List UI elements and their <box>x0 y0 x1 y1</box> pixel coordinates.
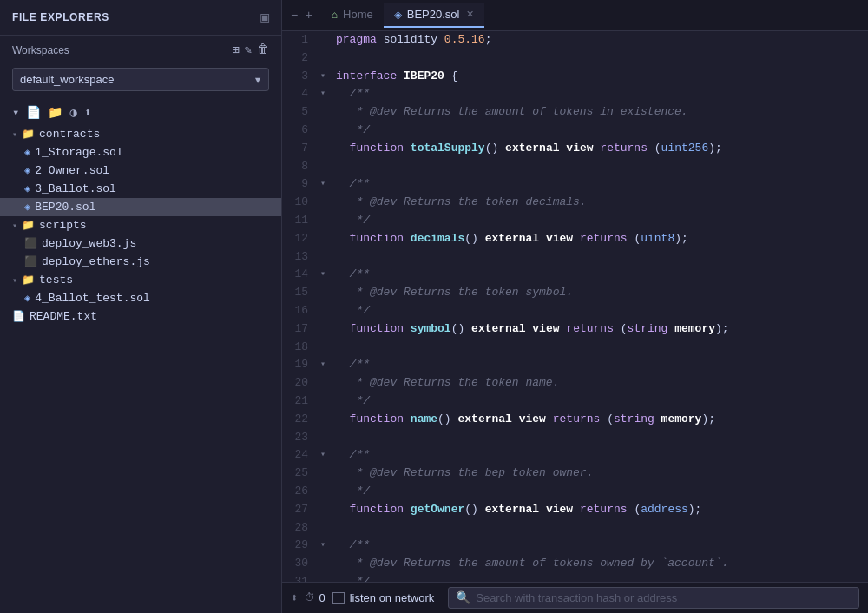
fold-arrow <box>317 573 329 582</box>
fold-arrow <box>317 501 329 519</box>
code-line: function totalSupply() external view ret… <box>329 140 868 158</box>
code-row: 13 <box>282 248 868 267</box>
code-line <box>329 248 868 267</box>
fold-arrow <box>317 392 329 411</box>
line-number: 3 <box>282 68 317 86</box>
code-row: 1 pragma solidity 0.5.16; <box>282 31 868 49</box>
fold-arrow <box>317 339 329 357</box>
tree-item-2-owner[interactable]: ◈ 2_Owner.sol <box>0 161 281 180</box>
sol-icon: ◈ <box>24 182 30 195</box>
line-number: 10 <box>282 194 317 212</box>
new-workspace-icon[interactable]: ⊞ <box>232 43 239 57</box>
zoom-out-icon[interactable]: − <box>289 7 299 24</box>
upload-icon[interactable]: ⬆ <box>84 105 91 120</box>
fold-arrow <box>317 31 329 49</box>
code-line: /** <box>329 356 868 374</box>
new-file-icon[interactable]: 📄 <box>26 105 41 120</box>
txt-icon: 📄 <box>12 310 25 323</box>
git-icon[interactable]: ◑ <box>69 105 76 120</box>
line-number: 14 <box>282 266 317 284</box>
workspace-select[interactable]: default_workspace <box>12 68 269 91</box>
home-tab-icon: ⌂ <box>332 9 338 21</box>
chevron-icon: ▾ <box>12 221 17 231</box>
tab-home[interactable]: ⌂ Home <box>321 3 384 28</box>
fold-arrow[interactable]: ▾ <box>317 175 329 194</box>
tree-item-deploy-web3[interactable]: ⬛ deploy_web3.js <box>0 234 281 253</box>
tree-item-1-storage[interactable]: ◈ 1_Storage.sol <box>0 143 281 161</box>
folder-label: tests <box>39 274 73 287</box>
line-number: 20 <box>282 374 317 392</box>
tree-item-tests[interactable]: ▾ 📁 tests <box>0 271 281 289</box>
code-line <box>329 158 868 176</box>
line-number: 13 <box>282 248 317 267</box>
fold-arrow[interactable]: ▾ <box>317 537 329 555</box>
status-search[interactable]: 🔍 Search with transaction hash or addres… <box>448 587 859 609</box>
code-container[interactable]: 1 pragma solidity 0.5.16; 2 3 ▾ in <box>282 31 868 582</box>
code-line: /** <box>329 537 868 555</box>
file-label: 1_Storage.sol <box>35 146 122 159</box>
fold-arrow <box>317 103 329 122</box>
tree-item-scripts[interactable]: ▾ 📁 scripts <box>0 216 281 234</box>
code-row: 27 function getOwner() external view ret… <box>282 501 868 519</box>
code-line: */ <box>329 212 868 230</box>
fold-arrow[interactable]: ▾ <box>317 356 329 374</box>
arrows-icon[interactable]: ⬍ <box>291 590 298 605</box>
fold-arrow <box>317 483 329 501</box>
tab-bep20[interactable]: ◈ BEP20.sol ✕ <box>384 3 485 28</box>
fold-arrow[interactable]: ▾ <box>317 266 329 284</box>
code-row: 8 <box>282 158 868 176</box>
editor-area: − + ⌂ Home ◈ BEP20.sol ✕ 1 <box>282 0 868 613</box>
line-number: 12 <box>282 230 317 248</box>
code-row: 10 * @dev Returns the token decimals. <box>282 194 868 212</box>
line-number: 11 <box>282 212 317 230</box>
workspace-select-container: default_workspace <box>12 68 269 91</box>
tab-bar: − + ⌂ Home ◈ BEP20.sol ✕ <box>282 0 868 31</box>
code-row: 30 * @dev Returns the amount of tokens o… <box>282 555 868 573</box>
code-line: * @dev Returns the token name. <box>329 374 868 392</box>
tree-item-contracts[interactable]: ▾ 📁 contracts <box>0 125 281 143</box>
code-row: 20 * @dev Returns the token name. <box>282 374 868 392</box>
line-number: 8 <box>282 158 317 176</box>
code-row: 21 */ <box>282 392 868 411</box>
code-row: 6 */ <box>282 122 868 140</box>
delete-workspace-icon[interactable]: 🗑 <box>257 43 269 57</box>
search-icon: 🔍 <box>456 590 470 605</box>
line-number: 17 <box>282 320 317 339</box>
tree-item-3-ballot[interactable]: ◈ 3_Ballot.sol <box>0 180 281 198</box>
fold-arrow[interactable]: ▾ <box>317 446 329 465</box>
line-number: 22 <box>282 411 317 429</box>
fold-arrow[interactable]: ▾ <box>317 68 329 86</box>
code-line: /** <box>329 85 868 103</box>
folder-icon: 📁 <box>22 274 35 287</box>
listen-checkbox[interactable] <box>332 592 345 604</box>
fold-arrow <box>317 302 329 320</box>
code-line: function name() external view returns (s… <box>329 411 868 429</box>
new-folder-icon[interactable]: 📁 <box>48 105 62 120</box>
fold-arrow[interactable]: ▾ <box>317 85 329 103</box>
sidebar-collapse-icon[interactable]: ▣ <box>260 9 269 26</box>
code-row: 12 function decimals() external view ret… <box>282 230 868 248</box>
folder-icon: 📁 <box>22 128 35 141</box>
zoom-in-icon[interactable]: + <box>303 7 313 24</box>
collapse-all-icon[interactable]: ▾ <box>12 105 19 120</box>
fold-arrow <box>317 465 329 483</box>
tree-item-readme[interactable]: 📄 README.txt <box>0 307 281 326</box>
code-row: 3 ▾ interface IBEP20 { <box>282 68 868 86</box>
status-counter: ⏱ 0 <box>305 591 325 604</box>
tree-item-4-ballot-test[interactable]: ◈ 4_Ballot_test.sol <box>0 289 281 307</box>
tab-close-icon[interactable]: ✕ <box>466 9 474 20</box>
listen-label: listen on network <box>350 591 435 604</box>
tree-item-deploy-ethers[interactable]: ⬛ deploy_ethers.js <box>0 253 281 271</box>
code-line: * @dev Returns the bep token owner. <box>329 465 868 483</box>
search-placeholder: Search with transaction hash or address <box>476 591 852 604</box>
line-number: 30 <box>282 555 317 573</box>
line-number: 4 <box>282 85 317 103</box>
line-number: 16 <box>282 302 317 320</box>
edit-workspace-icon[interactable]: ✎ <box>245 43 252 57</box>
tree-item-bep20[interactable]: ◈ BEP20.sol <box>0 198 281 216</box>
line-number: 18 <box>282 339 317 357</box>
fold-arrow <box>317 49 329 68</box>
main-layout: FILE EXPLORERS ▣ Workspaces ⊞ ✎ 🗑 defaul… <box>0 0 868 613</box>
code-row: 2 <box>282 49 868 68</box>
line-number: 9 <box>282 175 317 194</box>
